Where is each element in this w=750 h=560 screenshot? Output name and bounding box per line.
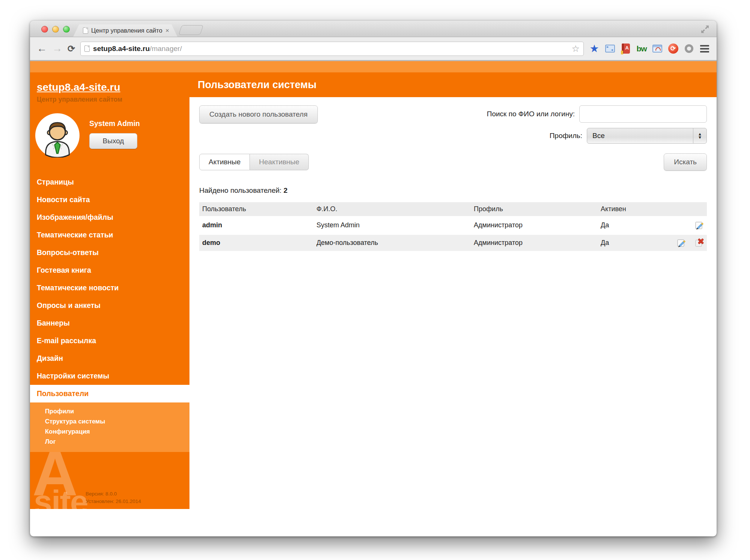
top-accent-strip xyxy=(30,61,717,72)
fullscreen-resize-icon[interactable] xyxy=(700,24,710,34)
submenu-item-system-structure[interactable]: Структура системы xyxy=(30,416,189,426)
browser-menu-icon[interactable] xyxy=(699,44,710,54)
installed-label: Установлен: 26.01.2014 xyxy=(86,498,141,505)
submenu-item-configuration[interactable]: Конфигурация xyxy=(30,426,189,437)
cell-profile: Администратор xyxy=(471,234,598,252)
sidebar-item-system-settings[interactable]: Настройки системы xyxy=(30,367,189,385)
url-path: /manager/ xyxy=(150,45,182,53)
sidebar-menu: Страницы Новости сайта Изображения/файлы… xyxy=(30,173,189,452)
sidebar-item-thematic-news[interactable]: Тематические новости xyxy=(30,279,189,297)
a4site-logo: A site xyxy=(32,451,88,509)
new-tab-button[interactable] xyxy=(179,25,203,35)
cms-page: setup8.a4-site.ru Центр управления сайто… xyxy=(30,61,717,509)
tab-title: Центр управления сайтом xyxy=(91,27,162,34)
extension-sync-icon[interactable]: ⟳ xyxy=(668,44,678,54)
column-header-fio: Ф.И.О. xyxy=(313,202,470,216)
search-button[interactable]: Искать xyxy=(664,153,707,171)
sidebar-item-questions-answers[interactable]: Вопросы-ответы xyxy=(30,244,189,261)
extension-opera-icon[interactable] xyxy=(684,44,694,54)
sidebar-item-site-news[interactable]: Новости сайта xyxy=(30,191,189,209)
avatar xyxy=(35,113,80,158)
main-content: Создать нового пользователя Поиск по ФИО… xyxy=(189,97,717,509)
sidebar-item-guestbook[interactable]: Гостевая книга xyxy=(30,261,189,279)
table-header-row: Пользователь Ф.И.О. Профиль Активен xyxy=(199,202,707,216)
found-count: 2 xyxy=(284,186,288,194)
cell-profile: Администратор xyxy=(471,216,598,234)
users-table: Пользователь Ф.И.О. Профиль Активен admi… xyxy=(199,202,707,252)
table-row: admin System Admin Администратор Да xyxy=(199,216,707,234)
reload-icon[interactable]: ⟳ xyxy=(68,44,75,54)
browser-toolbar: ← → ⟳ setup8.a4-site.ru/manager/ ☆ ★ bw … xyxy=(30,37,717,61)
select-stepper-icon: ▲ ▼ xyxy=(693,128,706,143)
browser-titlebar: Центр управления сайтом × xyxy=(30,21,717,37)
user-name: System Admin xyxy=(89,119,140,128)
extension-bw-icon[interactable]: bw xyxy=(636,44,647,54)
page-security-icon xyxy=(84,45,90,52)
create-user-button[interactable]: Создать нового пользователя xyxy=(199,105,318,123)
submenu-item-profiles[interactable]: Профили xyxy=(30,406,189,416)
cell-fio: Демо-пользователь xyxy=(313,234,470,252)
sidebar: setup8.a4-site.ru Центр управления сайто… xyxy=(30,72,189,509)
zoom-window-button[interactable] xyxy=(63,26,70,33)
found-users-text: Найдено пользователей: 2 xyxy=(199,186,707,195)
users-submenu: Профили Структура системы Конфигурация Л… xyxy=(30,402,189,452)
browser-window: Центр управления сайтом × ← → ⟳ setup8.a… xyxy=(30,21,717,536)
cell-active: Да xyxy=(598,234,664,252)
profile-block: System Admin Выход xyxy=(35,113,189,158)
column-header-active: Активен xyxy=(598,202,664,216)
tab-active-users[interactable]: Активные xyxy=(199,154,250,170)
page-title: Пользователи системы xyxy=(189,72,717,97)
edit-user-icon[interactable] xyxy=(694,220,705,230)
cell-fio: System Admin xyxy=(313,216,470,234)
tab-close-icon[interactable]: × xyxy=(165,27,169,34)
back-icon[interactable]: ← xyxy=(37,44,47,54)
submenu-item-log[interactable]: Лог xyxy=(30,437,189,447)
search-label: Поиск по ФИО или логину: xyxy=(487,110,575,118)
filters: Поиск по ФИО или логину: Профиль: Все ▲ … xyxy=(487,105,707,144)
forward-icon[interactable]: → xyxy=(52,44,62,54)
browser-tab[interactable]: Центр управления сайтом × xyxy=(73,24,177,37)
sidebar-item-pages[interactable]: Страницы xyxy=(30,173,189,191)
profile-select-value: Все xyxy=(587,132,605,140)
delete-user-icon[interactable] xyxy=(694,238,705,248)
column-header-actions xyxy=(664,202,707,216)
cell-login: admin xyxy=(199,216,313,234)
sidebar-item-polls[interactable]: Опросы и анкеты xyxy=(30,297,189,314)
address-bar[interactable]: setup8.a4-site.ru/manager/ ☆ xyxy=(80,42,584,56)
status-tabs: Активные Неактивные xyxy=(199,154,309,170)
tab-favicon-icon xyxy=(83,27,88,34)
table-row: demo Демо-пользователь Администратор Да xyxy=(199,234,707,252)
tab-inactive-users[interactable]: Неактивные xyxy=(250,154,309,170)
sidebar-item-banners[interactable]: Баннеры xyxy=(30,314,189,332)
url-host: setup8.a4-site.ru xyxy=(93,45,150,53)
search-input[interactable] xyxy=(579,105,707,123)
column-header-profile: Профиль xyxy=(471,202,598,216)
close-window-button[interactable] xyxy=(41,26,48,33)
url-text: setup8.a4-site.ru/manager/ xyxy=(93,45,182,53)
version-info: Версия: 8.0.0 Установлен: 26.01.2014 xyxy=(86,490,141,506)
version-label: Версия: 8.0.0 xyxy=(86,490,141,498)
cell-login: demo xyxy=(199,234,313,252)
extension-speedtest-icon[interactable] xyxy=(652,44,663,54)
main-area: Пользователи системы Создать нового поль… xyxy=(189,72,717,509)
extension-star-icon[interactable]: ★ xyxy=(589,44,600,54)
logout-button[interactable]: Выход xyxy=(89,133,137,149)
sidebar-item-thematic-articles[interactable]: Тематические статьи xyxy=(30,226,189,244)
sidebar-item-design[interactable]: Дизайн xyxy=(30,350,189,367)
profile-filter-label: Профиль: xyxy=(550,132,582,140)
edit-user-icon[interactable] xyxy=(676,238,687,248)
sidebar-item-email[interactable]: E-mail рассылка xyxy=(30,332,189,350)
minimize-window-button[interactable] xyxy=(52,26,59,33)
cell-active: Да xyxy=(598,216,664,234)
site-link[interactable]: setup8.a4-site.ru xyxy=(37,81,189,93)
sidebar-item-images-files[interactable]: Изображения/файлы xyxy=(30,209,189,226)
bookmark-star-icon[interactable]: ☆ xyxy=(571,44,580,54)
site-subtitle: Центр управления сайтом xyxy=(37,96,189,104)
extension-session-icon[interactable] xyxy=(605,44,615,54)
sidebar-item-users[interactable]: Пользователи xyxy=(30,385,189,402)
extension-dictionary-icon[interactable] xyxy=(621,44,631,54)
column-header-user: Пользователь xyxy=(199,202,313,216)
found-label: Найдено пользователей: xyxy=(199,186,281,194)
window-controls xyxy=(41,26,70,33)
profile-select[interactable]: Все ▲ ▼ xyxy=(587,128,707,144)
